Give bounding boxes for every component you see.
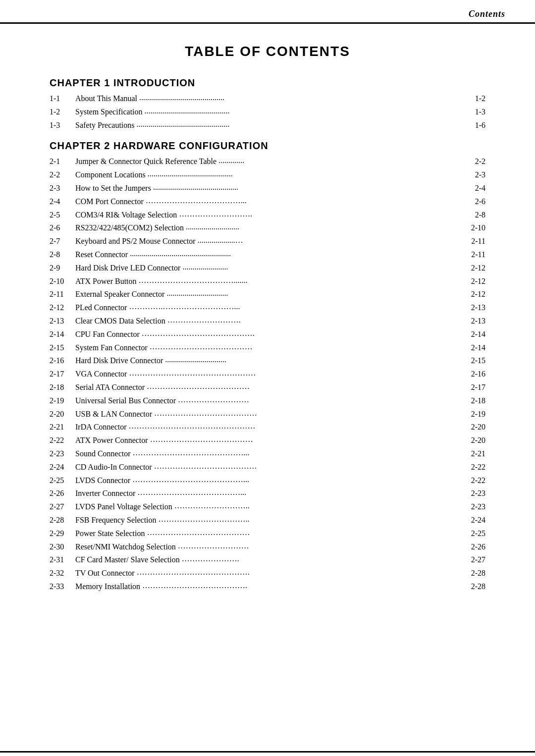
toc-entry-num: 2-8 — [50, 249, 75, 261]
toc-entry-page: 2-13 — [461, 315, 485, 327]
toc-entry: 2-8Reset Connector......................… — [50, 249, 485, 261]
toc-entry-dots: ……………………….. — [174, 500, 459, 512]
toc-entry-title-wrapper: Safety Precautions......................… — [75, 119, 461, 132]
toc-entry-title-text: PLed Connector — [75, 302, 127, 314]
toc-entry-num: 2-26 — [50, 487, 75, 500]
header-title: Contents — [469, 9, 505, 19]
toc-entry-num: 2-24 — [50, 461, 75, 474]
toc-entry-title-wrapper: System Specification....................… — [75, 106, 461, 118]
toc-entry: 2-14CPU Fan Connector …………………………………….2-1… — [50, 328, 485, 341]
toc-entry-title-wrapper: COM Port Connector ………………………………... — [75, 196, 461, 208]
toc-entry-title-wrapper: Inverter Connector …………………………………... — [75, 487, 461, 500]
toc-entry-page: 2-16 — [461, 368, 485, 380]
toc-entry-title-text: System Specification — [75, 106, 143, 118]
toc-entry-title-text: Serial ATA Connector — [75, 381, 145, 394]
toc-entry-title-text: CD Audio-In Connector — [75, 461, 152, 474]
toc-entry-title-wrapper: USB & LAN Connector ………………………………… — [75, 408, 461, 421]
toc-section-chapter2: 2-1Jumper & Connector Quick Reference Ta… — [50, 156, 485, 593]
toc-entry-title-text: About This Manual — [75, 93, 137, 105]
toc-entry-title-wrapper: Jumper & Connector Quick Reference Table… — [75, 156, 461, 168]
toc-entry: 2-20USB & LAN Connector …………………………………2-1… — [50, 408, 485, 421]
toc-entry-page: 2-12 — [461, 288, 485, 301]
toc-entry-dots: ………………………………………… — [129, 367, 459, 379]
toc-entry-title-wrapper: CD Audio-In Connector ………………………………… — [75, 461, 461, 474]
toc-entry-title-text: Inverter Connector — [75, 487, 135, 500]
toc-entry-dots: ………….………………………... — [129, 301, 459, 313]
toc-entry-title-text: Safety Precautions — [75, 119, 135, 132]
toc-entry-dots: ……………………………………... — [133, 447, 459, 459]
toc-entry: 2-28FSB Frequency Selection …………………………….… — [50, 514, 485, 527]
toc-entry-num: 2-1 — [50, 156, 75, 168]
toc-entry-page: 2-20 — [461, 434, 485, 447]
toc-entry-page: 2-12 — [461, 275, 485, 288]
toc-entry-title-wrapper: LVDS Panel Voltage Selection ……………………….. — [75, 501, 461, 513]
toc-entry-title-text: External Speaker Connector — [75, 288, 164, 301]
toc-entry-num: 2-12 — [50, 302, 75, 314]
toc-entry-title-wrapper: PLed Connector ………….………………………... — [75, 302, 461, 314]
toc-entry: 2-23Sound Connector ……………………………………...2-2… — [50, 448, 485, 460]
toc-entry-dots: ……………………………………. — [142, 327, 459, 340]
toc-entry-page: 1-6 — [461, 119, 485, 132]
toc-entry-title-text: CPU Fan Connector — [75, 328, 140, 341]
footer-bar — [0, 751, 535, 756]
toc-entry: 2-4COM Port Connector ………………………………...2-6 — [50, 196, 485, 208]
toc-entry-title-wrapper: COM3/4 RI& Voltage Selection ………………………. — [75, 209, 461, 221]
toc-entry-page: 2-11 — [461, 249, 485, 261]
toc-entry-dots: ……………………………………... — [132, 474, 459, 486]
page: Contents TABLE OF CONTENTS CHAPTER 1 INT… — [0, 0, 535, 756]
toc-entry-dots: ........................................… — [137, 118, 459, 131]
toc-entry-num: 2-17 — [50, 368, 75, 380]
toc-entry-num: 2-29 — [50, 528, 75, 540]
toc-entry-title-text: Power State Selection — [75, 528, 145, 540]
toc-entry-title-wrapper: ATX Power Connector ………………………………… — [75, 434, 461, 447]
toc-entry-dots: ....................... — [182, 261, 459, 273]
toc-entry-title-text: Jumper & Connector Quick Reference Table — [75, 156, 216, 168]
toc-entry-title-text: Clear CMOS Data Selection — [75, 315, 165, 327]
toc-entry-title-text: How to Set the Jumpers — [75, 182, 151, 195]
header-bar: Contents — [0, 0, 535, 24]
toc-entry-num: 2-5 — [50, 209, 75, 221]
toc-entry-title-text: Universal Serial Bus Connector — [75, 395, 176, 407]
toc-entry-page: 2-22 — [461, 475, 485, 487]
toc-entry-dots: ………………………………....... — [139, 274, 459, 287]
toc-entry-num: 2-23 — [50, 448, 75, 460]
toc-entry-page: 2-4 — [461, 182, 485, 195]
toc-entry: 2-13Clear CMOS Data Selection ……………………….… — [50, 315, 485, 327]
toc-entry-title-wrapper: Clear CMOS Data Selection ………………………. — [75, 315, 461, 327]
toc-entry-dots: …………………………………. — [142, 580, 459, 592]
toc-entry-title-wrapper: ATX Power Button ………………………………....... — [75, 275, 461, 288]
toc-entry-num: 2-27 — [50, 501, 75, 513]
toc-entry-num: 2-19 — [50, 395, 75, 407]
toc-entry-page: 2-28 — [461, 581, 485, 593]
toc-entry: 2-22ATX Power Connector …………………………………2-2… — [50, 434, 485, 447]
toc-entry-num: 2-9 — [50, 262, 75, 274]
toc-entry-num: 1-1 — [50, 93, 75, 105]
toc-entry-page: 2-13 — [461, 302, 485, 314]
toc-entry-title-text: Keyboard and PS/2 Mouse Connector — [75, 235, 196, 248]
toc-entry-title-text: IrDA Connector — [75, 421, 127, 433]
toc-entry-page: 2-6 — [461, 196, 485, 208]
toc-entry-title-wrapper: Sound Connector ……………………………………... — [75, 448, 461, 460]
toc-entry-num: 2-4 — [50, 196, 75, 208]
toc-entry: 1-1About This Manual....................… — [50, 93, 485, 105]
toc-entry-dots: ............................... — [166, 287, 459, 300]
toc-entry-page: 2-11 — [461, 235, 485, 248]
toc-entry-title-text: RS232/422/485(COM2) Selection — [75, 222, 184, 234]
toc-entry: 2-19Universal Serial Bus Connector ……………… — [50, 395, 485, 407]
toc-entry-title-wrapper: TV Out Connector ……………………………………. — [75, 567, 461, 580]
toc-entry: 2-32TV Out Connector …………………………………….2-28 — [50, 567, 485, 580]
toc-entry: 2-24CD Audio-In Connector …………………………………2… — [50, 461, 485, 474]
toc-entry-title-text: LVDS Connector — [75, 475, 130, 487]
toc-entry-page: 2-3 — [461, 169, 485, 181]
toc-entry-num: 2-14 — [50, 328, 75, 341]
toc-entry-title-wrapper: CPU Fan Connector ……………………………………. — [75, 328, 461, 341]
toc-entry-dots: ………………………………… — [154, 460, 459, 473]
toc-entry-title-wrapper: Reset/NMI Watchdog Selection ……………………… — [75, 541, 461, 553]
toc-entry-dots: ........................................… — [153, 181, 459, 194]
toc-entry: 2-15System Fan Connector …………………………………2-… — [50, 342, 485, 354]
toc-entry-page: 2-22 — [461, 461, 485, 474]
toc-entry-page: 2-17 — [461, 381, 485, 394]
toc-entry-dots: ……………………… — [178, 394, 459, 406]
toc-entry-title-wrapper: System Fan Connector ………………………………… — [75, 342, 461, 354]
main-content: TABLE OF CONTENTS CHAPTER 1 INTRODUCTION… — [0, 24, 535, 632]
